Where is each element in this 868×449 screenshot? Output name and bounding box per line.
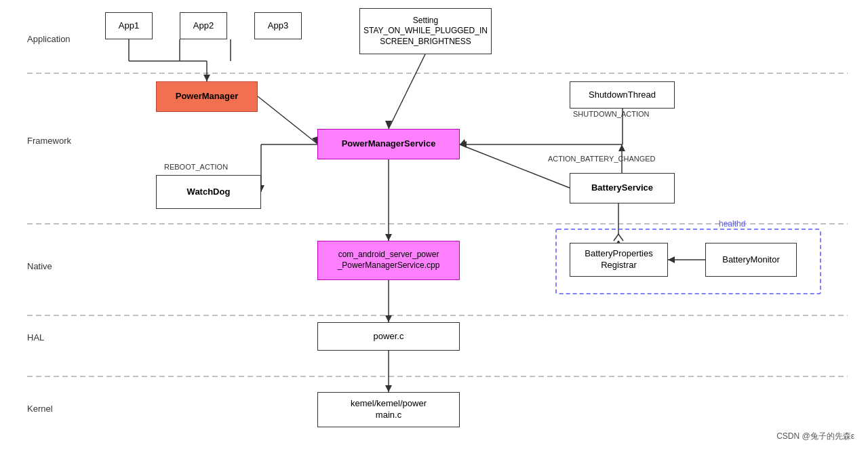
powermanagerservice-box: PowerManagerService — [317, 129, 460, 159]
com-android-box: com_android_server_power_PowerManagerSer… — [317, 241, 460, 280]
shutdownthread-box: ShutdownThread — [570, 81, 675, 109]
layer-kernel: Kernel — [27, 404, 53, 414]
kernel-file-box: kemel/kemel/powermain.c — [317, 392, 460, 427]
layer-hal: HAL — [27, 332, 44, 343]
svg-marker-25 — [385, 234, 392, 241]
diagram-container: healthd Application Framework Native HAL… — [0, 0, 868, 449]
shutdown-action-label: SHUTDOWN_ACTION — [573, 110, 649, 118]
layer-application: Application — [27, 34, 71, 44]
svg-marker-34 — [668, 256, 675, 263]
layer-native: Native — [27, 261, 52, 271]
app2-box: App2 — [180, 12, 227, 39]
batterymonitor-box: BatteryMonitor — [705, 243, 797, 277]
action-battery-label: ACTION_BATTERY_CHANGED — [548, 155, 656, 163]
powerc-box: power.c — [317, 322, 460, 351]
watermark: CSDN @兔子的先森ε — [776, 431, 854, 442]
svg-line-22 — [460, 144, 570, 188]
watchdog-box: WatchDog — [156, 175, 261, 209]
svg-line-10 — [389, 54, 425, 129]
powermanager-box: PowerManager — [156, 81, 258, 112]
architecture-svg: healthd — [0, 0, 868, 449]
layer-framework: Framework — [27, 136, 71, 146]
svg-marker-29 — [385, 385, 392, 392]
reboot-action-label: REBOOT_ACTION — [164, 163, 228, 171]
batteryservice-box: BatteryService — [570, 173, 675, 203]
svg-text:healthd: healthd — [719, 219, 745, 229]
setting-box: SettingSTAY_ON_WHILE_PLUGGED_INSCREEN_BR… — [359, 8, 492, 54]
app3-box: App3 — [254, 12, 302, 39]
svg-marker-27 — [385, 315, 392, 322]
app1-box: App1 — [105, 12, 153, 39]
svg-marker-21 — [618, 144, 625, 151]
svg-marker-9 — [203, 75, 210, 81]
svg-line-12 — [258, 96, 317, 144]
batteryproperties-box: BatteryPropertiesRegistrar — [570, 243, 668, 277]
